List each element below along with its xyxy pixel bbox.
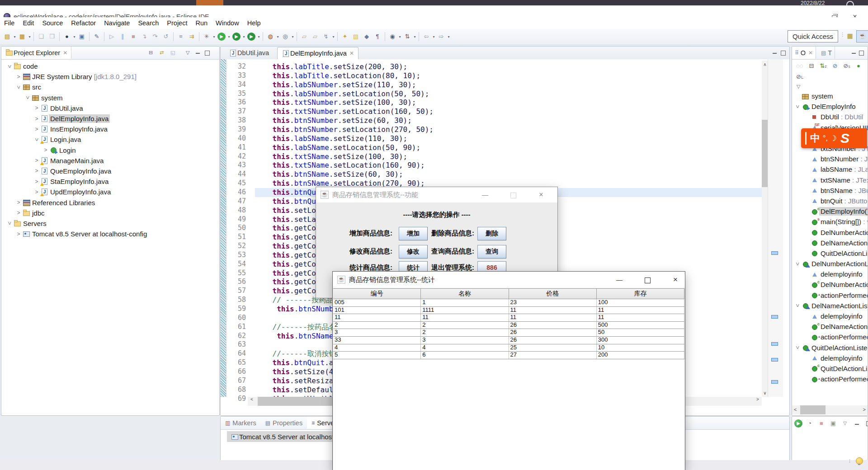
occurrence-marker[interactable]	[771, 342, 778, 346]
new-java-element-icon[interactable]: ▦	[17, 32, 27, 42]
outline-item[interactable]: actionPerformed(ActionEvent)	[792, 374, 868, 384]
tree-expander-icon[interactable]: >	[42, 147, 49, 153]
tree-item[interactable]: >Login	[1, 145, 219, 155]
tree-expander-icon[interactable]: >	[33, 136, 40, 143]
outline-item[interactable]: cDelNameActionListener()	[792, 321, 868, 332]
outline-item[interactable]: QuitDelActionListener	[792, 248, 868, 258]
horizontal-scroll-thumb[interactable]	[800, 405, 826, 414]
editor-tab[interactable]: DbUtil.java	[225, 47, 273, 59]
tree-expander-icon[interactable]: >	[33, 116, 40, 122]
open-type-icon[interactable]: ▱	[299, 32, 309, 42]
suspend-icon[interactable]: ∥	[118, 32, 127, 42]
tree-item[interactable]: >Referenced Libraries	[1, 197, 219, 207]
tab-markers[interactable]: ▥Markers	[221, 417, 261, 429]
tree-item[interactable]: >DelEmployInfo.java	[1, 113, 219, 124]
menu-source[interactable]: Source	[38, 17, 67, 29]
close-icon[interactable]: ✕	[63, 50, 67, 56]
dialog-maximize-button[interactable]	[503, 190, 523, 200]
dropdown-arrow-icon[interactable]: ▾	[227, 35, 231, 39]
console-icon[interactable]: ▣	[77, 32, 87, 42]
tree-expander-icon[interactable]: >	[794, 260, 801, 268]
code-line[interactable]: 37 this.txtSNumber.setLocation(160, 50);	[221, 107, 768, 116]
terminate-icon[interactable]: ■	[128, 32, 138, 42]
table-row[interactable]: 322650	[333, 329, 684, 337]
scroll-right-icon[interactable]: >	[863, 407, 866, 412]
view-menu-icon[interactable]: ▽	[186, 50, 189, 56]
occurrence-marker[interactable]	[771, 358, 778, 362]
button-查询[interactable]: 查询	[477, 245, 506, 258]
tree-item[interactable]: >Servers	[1, 218, 219, 229]
table-column-header[interactable]: 名称	[421, 289, 509, 299]
link-with-editor-icon[interactable]: ⇄	[160, 50, 164, 56]
outline-item[interactable]: >DelNumberActionListener	[792, 258, 868, 269]
run-icon[interactable]: ▶	[217, 33, 226, 41]
dropdown-arrow-icon[interactable]: ▾	[13, 35, 17, 39]
dropdown-arrow-icon[interactable]: ▾	[28, 35, 32, 39]
button-删除[interactable]: 删除	[477, 227, 506, 240]
dialog-minimize-button[interactable]: —	[475, 190, 495, 200]
tree-expander-icon[interactable]: >	[33, 189, 40, 195]
tree-item[interactable]: >Tomcat v8.5 Server at localhost-config	[1, 229, 219, 239]
open-perspective-icon[interactable]: ▦	[844, 30, 855, 42]
tree-item[interactable]: >system	[1, 93, 219, 103]
collaboration-icon[interactable]: ◌◌	[795, 61, 805, 71]
tab-project-explorer[interactable]: Project Explorer ✕	[1, 47, 71, 59]
dropdown-arrow-icon[interactable]: ▾	[398, 35, 402, 39]
outline-item[interactable]: DelNameActionListener	[792, 238, 868, 248]
tree-expander-icon[interactable]: >	[794, 103, 801, 110]
new-breakpoint-icon[interactable]: ✳	[202, 32, 212, 42]
scroll-up-icon[interactable]: ∧	[762, 62, 768, 67]
mark-occurrences-icon[interactable]: ≡	[176, 32, 186, 42]
table-column-header[interactable]: 库存	[597, 289, 684, 299]
hide-fields-icon[interactable]: ⊘	[830, 61, 840, 71]
menu-navigate[interactable]: Navigate	[100, 17, 134, 29]
tree-item[interactable]: >ManageMain.java	[1, 155, 219, 166]
dialog-minimize-button[interactable]: —	[609, 275, 629, 285]
table-row[interactable]: 33326300	[333, 337, 684, 344]
outline-item[interactable]: btnSName : JButton	[792, 185, 868, 196]
dropdown-arrow-icon[interactable]: ▾	[291, 35, 295, 39]
maximize-view-icon[interactable]	[863, 418, 868, 428]
tree-expander-icon[interactable]: >	[33, 157, 40, 164]
table-column-header[interactable]: 价格	[509, 289, 597, 299]
table-row[interactable]: 2226500	[333, 322, 684, 329]
dropdown-arrow-icon[interactable]: ▾	[432, 35, 436, 39]
ime-bar[interactable]: 中 °, ☽ S	[801, 128, 867, 148]
outline-item[interactable]: actionPerformed(ActionEvent)	[792, 332, 868, 342]
search-wand-icon[interactable]: ↯	[321, 32, 331, 42]
external-tools-icon[interactable]: ◎	[280, 32, 290, 42]
tree-expander-icon[interactable]: >	[15, 199, 22, 206]
step-over-icon[interactable]: ↷	[150, 32, 160, 42]
stop-server-icon[interactable]: ■	[816, 418, 826, 428]
minimize-view-icon[interactable]	[852, 418, 862, 428]
dropdown-arrow-icon[interactable]: ▾	[242, 35, 246, 39]
debug-icon[interactable]: ▶	[232, 33, 241, 41]
occurrence-marker[interactable]	[771, 251, 778, 255]
outline-item[interactable]: delemployinfo	[792, 353, 868, 363]
dropdown-arrow-icon[interactable]: ▾	[72, 35, 76, 39]
collapse-all-icon[interactable]: ⊟	[807, 61, 816, 71]
menu-project[interactable]: Project	[163, 17, 191, 29]
view-menu-icon[interactable]: ▽	[840, 418, 850, 428]
tree-expander-icon[interactable]: >	[33, 168, 40, 174]
ime-moon-icon[interactable]: ☽	[830, 133, 837, 143]
dropdown-arrow-icon[interactable]: ▾	[212, 35, 216, 39]
tree-expander-icon[interactable]: >	[33, 179, 40, 185]
tree-expander-icon[interactable]: >	[794, 302, 801, 309]
table-column-header[interactable]: 编号	[333, 289, 421, 299]
hide-static-members-icon[interactable]: ⊘s	[842, 61, 852, 71]
occurrence-marker[interactable]	[771, 380, 778, 384]
maximize-view-icon[interactable]	[205, 50, 210, 56]
show-whitespace-icon[interactable]: ¶	[373, 32, 382, 42]
outline-minimize-icon[interactable]	[852, 50, 856, 55]
scroll-left-icon[interactable]: <	[249, 397, 255, 402]
tree-item[interactable]: >QueEmployInfo.java	[1, 166, 219, 176]
tree-item[interactable]: >InsEmployInfo.java	[1, 124, 219, 134]
table-row[interactable]: 11111111	[333, 314, 684, 322]
tree-expander-icon[interactable]: >	[15, 210, 22, 216]
profile-icon[interactable]: ▶	[247, 33, 255, 41]
menu-help[interactable]: Help	[243, 17, 265, 29]
tree-expander-icon[interactable]: >	[794, 344, 801, 351]
dialog-close-button[interactable]: ×	[531, 190, 551, 200]
code-line[interactable]: 33 this.labTitle.setLocation(80, 10);	[221, 71, 768, 80]
